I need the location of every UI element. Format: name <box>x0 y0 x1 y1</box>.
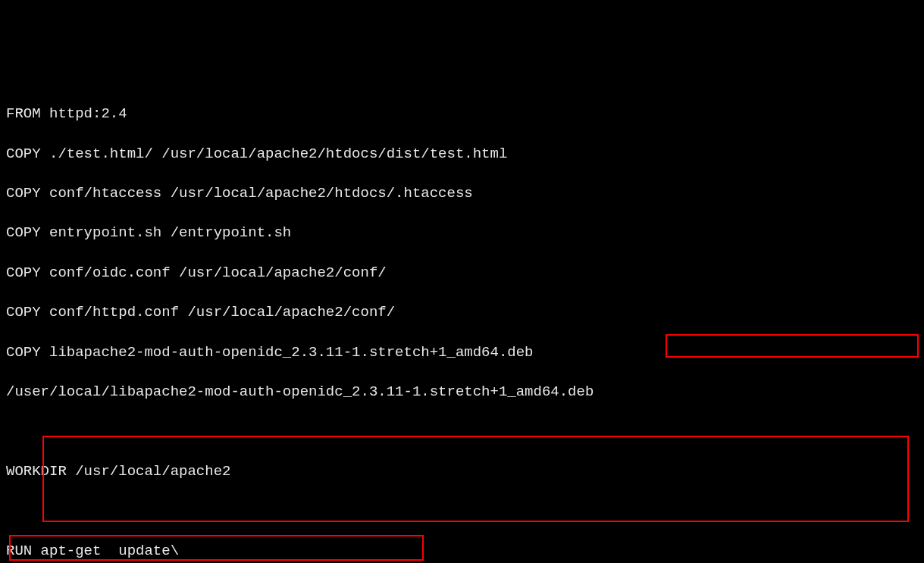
code-line: COPY ./test.html/ /usr/local/apache2/htd… <box>6 144 918 164</box>
code-line: COPY conf/httpd.conf /usr/local/apache2/… <box>6 302 918 322</box>
code-line: COPY conf/htaccess /usr/local/apache2/ht… <box>6 183 918 203</box>
code-line: /user/local/libapache2-mod-auth-openidc_… <box>6 382 918 402</box>
code-line: FROM httpd:2.4 <box>6 104 918 124</box>
code-block: FROM httpd:2.4 COPY ./test.html/ /usr/lo… <box>6 84 918 563</box>
code-line: WORKDIR /usr/local/apache2 <box>6 461 918 481</box>
blank-line <box>6 422 918 442</box>
code-line: COPY entrypoint.sh /entrypoint.sh <box>6 223 918 242</box>
blank-line <box>6 501 918 521</box>
code-line: RUN apt-get update\ <box>6 541 918 561</box>
code-line: COPY conf/oidc.conf /usr/local/apache2/c… <box>6 263 918 283</box>
code-line: COPY libapache2-mod-auth-openidc_2.3.11-… <box>6 342 918 362</box>
